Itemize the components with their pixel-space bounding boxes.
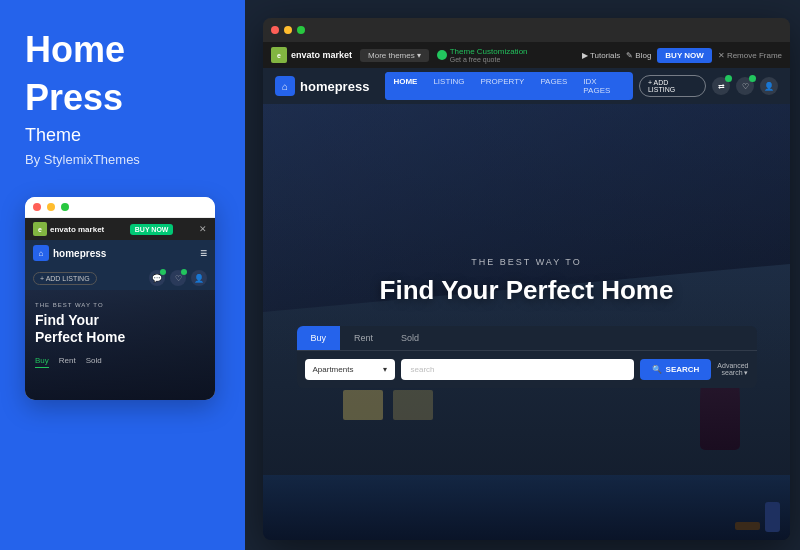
theme-title: Home Press Theme By StylemixThemes	[25, 30, 220, 197]
site-logo-text: homepress	[300, 79, 369, 94]
user-icon-btn[interactable]: 👤	[760, 77, 778, 95]
dot-red	[33, 203, 41, 211]
mobile-search-tabs: Buy Rent Sold	[35, 356, 205, 368]
theme-customization-icon	[437, 50, 447, 60]
envato-name: envato market	[291, 50, 352, 60]
left-panel: Home Press Theme By StylemixThemes e env…	[0, 0, 245, 550]
envato-icon: e	[271, 47, 287, 63]
search-tabs: Buy Rent Sold	[297, 326, 757, 351]
dt-green	[297, 26, 305, 34]
hamburger-icon[interactable]: ≡	[200, 246, 207, 260]
nav-item-pages[interactable]: PAGES	[532, 72, 575, 100]
hero-content: THE BEST WAY TO Find Your Perfect Home B…	[263, 104, 790, 540]
mobile-hero-title: Find Your Perfect Home	[35, 312, 205, 346]
mobile-preview-card: e envato market BUY NOW ✕ ⌂ homepress ≡ …	[25, 197, 215, 400]
title-line2: Press	[25, 78, 220, 118]
right-panel: e envato market More themes ▾ Theme Cust…	[245, 0, 800, 550]
envato-text-small: envato market	[50, 225, 104, 234]
tutorials-link[interactable]: ▶ Tutorials	[582, 51, 620, 60]
property-type-select[interactable]: Apartments ▾	[305, 359, 395, 380]
envato-icon-small: e	[33, 222, 47, 236]
mobile-tab-buy[interactable]: Buy	[35, 356, 49, 368]
user-icon[interactable]: 👤	[191, 270, 207, 286]
nav-item-property[interactable]: PROPERTY	[473, 72, 533, 100]
search-container: Buy Rent Sold Apartments ▾ search	[297, 326, 757, 388]
desktop-titlebar	[263, 18, 790, 42]
blog-link[interactable]: ✎ Blog	[626, 51, 651, 60]
theme-author: By StylemixThemes	[25, 152, 220, 167]
nav-item-listing[interactable]: LISTING	[425, 72, 472, 100]
remove-frame-btn[interactable]: ✕ Remove Frame	[718, 51, 782, 60]
site-logo-icon: ⌂	[275, 76, 295, 96]
mobile-envato-logo: e envato market	[33, 222, 104, 236]
site-nav-right: + ADD LISTING ⇄ ♡ 👤	[639, 75, 778, 97]
title-line1: Home	[25, 30, 220, 70]
site-logo: ⌂ homepress	[275, 76, 369, 96]
more-themes-btn[interactable]: More themes ▾	[360, 49, 429, 62]
mobile-envato-bar: e envato market BUY NOW ✕	[25, 218, 215, 240]
search-tab-sold[interactable]: Sold	[387, 326, 433, 350]
hero-title-text: Find Your Perfect Home	[380, 275, 674, 306]
mobile-icons-row: 💬 ♡ 👤	[149, 270, 207, 286]
envato-bar-right: ▶ Tutorials ✎ Blog BUY NOW ✕ Remove Fram…	[582, 48, 782, 63]
heart-badge	[181, 269, 187, 275]
search-icon: 🔍	[652, 365, 662, 374]
desktop-preview: e envato market More themes ▾ Theme Cust…	[263, 18, 790, 540]
dot-yellow	[47, 203, 55, 211]
add-listing-btn[interactable]: + ADD LISTING	[639, 75, 706, 97]
buy-now-btn[interactable]: BUY NOW	[657, 48, 712, 63]
envato-logo: e envato market	[271, 47, 352, 63]
hero-section: THE BEST WAY TO Find Your Perfect Home B…	[263, 104, 790, 540]
nav-item-home[interactable]: HOME	[385, 72, 425, 100]
theme-subtitle: Theme	[25, 125, 220, 146]
compare-badge	[725, 75, 732, 82]
dot-green	[61, 203, 69, 211]
heart-icon[interactable]: ♡	[170, 270, 186, 286]
wishlist-icon-btn[interactable]: ♡	[736, 77, 754, 95]
mobile-tab-sold[interactable]: Sold	[86, 356, 102, 368]
buy-now-small-btn[interactable]: BUY NOW	[130, 224, 174, 235]
compare-icon-btn[interactable]: ⇄	[712, 77, 730, 95]
mobile-tab-rent[interactable]: Rent	[59, 356, 76, 368]
mobile-hero: THE BEST WAY TO Find Your Perfect Home B…	[25, 290, 215, 400]
search-tab-rent[interactable]: Rent	[340, 326, 387, 350]
mobile-titlebar	[25, 197, 215, 218]
theme-customization-badge: Theme Customization Get a free quote	[437, 47, 528, 63]
mobile-hero-sub: THE BEST WAY TO	[35, 302, 205, 308]
search-tab-buy[interactable]: Buy	[297, 326, 341, 350]
dt-yellow	[284, 26, 292, 34]
nav-item-idx-pages[interactable]: IDX PAGES	[575, 72, 633, 100]
mobile-logo: ⌂ homepress	[33, 245, 106, 261]
advanced-search-link[interactable]: Advancedsearch ▾	[717, 362, 748, 377]
mobile-nav: ⌂ homepress ≡	[25, 240, 215, 266]
site-nav: ⌂ homepress HOME LISTING PROPERTY PAGES …	[263, 68, 790, 104]
dt-red	[271, 26, 279, 34]
chat-badge	[160, 269, 166, 275]
mobile-action-bar: + ADD LISTING 💬 ♡ 👤	[25, 266, 215, 290]
search-fields: Apartments ▾ search 🔍 SEARCH Advancedsea…	[297, 351, 757, 388]
envato-bar: e envato market More themes ▾ Theme Cust…	[263, 42, 790, 68]
search-btn[interactable]: 🔍 SEARCH	[640, 359, 712, 380]
mobile-logo-text: homepress	[53, 248, 106, 259]
mobile-add-listing-btn[interactable]: + ADD LISTING	[33, 272, 97, 285]
wishlist-badge	[749, 75, 756, 82]
home-icon-blue: ⌂	[33, 245, 49, 261]
search-keyword-input[interactable]: search	[401, 359, 634, 380]
chat-icon[interactable]: 💬	[149, 270, 165, 286]
close-btn-small[interactable]: ✕	[199, 224, 207, 234]
nav-items: HOME LISTING PROPERTY PAGES IDX PAGES	[385, 72, 633, 100]
hero-sub-text: THE BEST WAY TO	[471, 257, 581, 267]
